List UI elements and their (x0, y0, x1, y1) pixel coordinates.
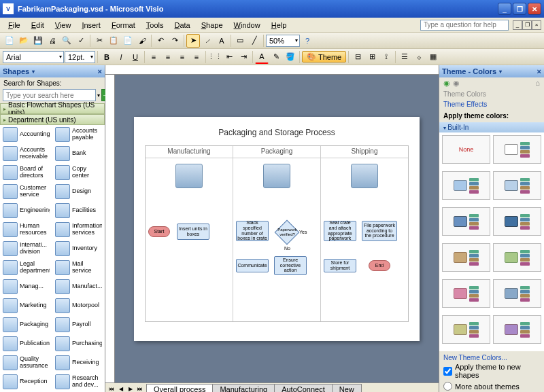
connect-button[interactable]: ⟟ (379, 50, 393, 64)
shape-item[interactable]: Manag... (0, 277, 52, 296)
process-node[interactable]: Ensure corrective action (274, 256, 307, 275)
shape-item[interactable]: Copy center (52, 163, 105, 182)
layers-button[interactable]: ☰ (398, 50, 411, 64)
bold-button[interactable]: B (100, 50, 114, 64)
font-combo[interactable]: Arial (3, 51, 64, 63)
text-tool[interactable]: A (215, 34, 228, 48)
shape-item[interactable]: Internati... division (0, 239, 52, 258)
copy-button[interactable]: 📋 (107, 34, 120, 48)
shape-item[interactable]: Board of directors (0, 163, 52, 182)
shape-item[interactable]: Payroll (52, 315, 105, 334)
shape-item[interactable]: Manufact... (52, 277, 105, 296)
fill-color-button[interactable]: 🪣 (284, 50, 297, 64)
process-node[interactable]: File paperwork according to the procedur… (362, 221, 397, 241)
shape-item[interactable]: Engineering (0, 201, 52, 220)
start-node[interactable]: Start (148, 226, 170, 237)
help-search-input[interactable] (420, 20, 509, 31)
align-left-button[interactable]: ≡ (147, 50, 160, 64)
help-button[interactable]: ? (301, 34, 314, 48)
data-button[interactable]: ▦ (426, 50, 440, 64)
tab-next-button[interactable]: ▶ (126, 386, 135, 392)
shape-item[interactable]: Research and dev... (52, 372, 105, 391)
align-right-button[interactable]: ≡ (175, 50, 189, 64)
end-node[interactable]: End (369, 260, 390, 271)
cut-button[interactable]: ✂ (92, 34, 106, 48)
tab-first-button[interactable]: ⏮ (107, 386, 116, 392)
distribute-button[interactable]: ⊞ (365, 50, 379, 64)
shape-item[interactable]: Reception (0, 372, 52, 391)
tab-last-button[interactable]: ⏭ (135, 386, 145, 392)
fontsize-combo[interactable]: 12pt. (65, 51, 95, 63)
theme-swatch-none[interactable]: None (442, 135, 490, 164)
zoom-combo[interactable]: 50% (266, 35, 300, 47)
home-button[interactable]: ⌂ (535, 79, 540, 88)
close-pane-button[interactable]: × (98, 67, 102, 75)
theme-swatch[interactable] (442, 243, 490, 272)
page-tab-new[interactable]: New (332, 384, 362, 392)
underline-button[interactable]: U (129, 50, 142, 64)
menu-help[interactable]: Help (266, 20, 292, 31)
shape-item[interactable]: Quality assurance (0, 353, 52, 372)
theme-swatch[interactable] (442, 207, 490, 236)
stencil-flowchart[interactable]: Basic Flowchart Shapes (US units) (0, 103, 105, 114)
more-themes-link[interactable]: More about themes (443, 380, 540, 392)
shape-item[interactable]: Customer service (0, 182, 52, 201)
save-button[interactable]: 💾 (31, 34, 45, 48)
indent-left-button[interactable]: ⇤ (222, 50, 236, 64)
shape-item[interactable]: Packaging (0, 315, 52, 334)
shape-item[interactable]: Receiving (52, 353, 105, 372)
menu-window[interactable]: Window (228, 20, 266, 31)
connector-tool[interactable]: ⟋ (201, 34, 214, 48)
shape-item[interactable]: Legal department (0, 258, 52, 277)
preview-button[interactable]: 🔍 (60, 34, 73, 48)
apply-new-checkbox[interactable]: Apply theme to new shapes (443, 361, 540, 380)
theme-category[interactable]: Built-In (439, 122, 544, 132)
process-node[interactable]: Stack specified number of boxes in crate (236, 221, 269, 241)
drawing-canvas[interactable]: Packaging and Storage Process Manufactur… (115, 75, 439, 382)
theme-swatch[interactable] (493, 243, 541, 272)
italic-button[interactable]: I (114, 50, 128, 64)
align-shapes-button[interactable]: ⊟ (351, 50, 364, 64)
process-node[interactable]: Seal crate and attach appropriate paperw… (324, 221, 356, 241)
forward-button[interactable]: ◉ (453, 79, 460, 88)
rectangle-tool[interactable]: ▭ (233, 34, 247, 48)
menu-shape[interactable]: Shape (196, 20, 228, 31)
theme-swatch[interactable] (442, 279, 490, 308)
indent-right-button[interactable]: ⇥ (237, 50, 250, 64)
theme-swatch[interactable] (493, 207, 541, 236)
shape-item[interactable]: Accounts receivable (0, 144, 52, 163)
minimize-button[interactable]: _ (498, 3, 511, 15)
font-color-button[interactable]: A (255, 50, 269, 64)
shape-item[interactable]: Bank (52, 144, 105, 163)
autoconnect-button[interactable]: ⟐ (412, 50, 426, 64)
theme-swatch[interactable] (442, 315, 490, 344)
paste-button[interactable]: 📄 (121, 34, 135, 48)
line-tool[interactable]: ╱ (248, 34, 261, 48)
chevron-down-icon[interactable]: ▾ (32, 69, 35, 75)
shape-item[interactable]: Facilities (52, 201, 105, 220)
decision-node[interactable]: Paperwork verified? (275, 219, 300, 245)
close-pane-button[interactable]: × (537, 67, 541, 75)
theme-colors-link[interactable]: Theme Colors (439, 89, 544, 99)
theme-swatch[interactable] (493, 315, 541, 344)
shape-item[interactable]: Accounting (0, 125, 52, 144)
line-color-button[interactable]: ✎ (269, 50, 283, 64)
shape-search-input[interactable] (3, 89, 96, 101)
shape-item[interactable]: Inventory (52, 239, 105, 258)
shape-item[interactable]: Human resources (0, 220, 52, 239)
back-button[interactable]: ◉ (443, 79, 450, 88)
open-button[interactable]: 📂 (17, 34, 31, 48)
shape-item[interactable]: Information services (52, 220, 105, 239)
align-justify-button[interactable]: ≡ (190, 50, 203, 64)
page-tab-overall[interactable]: Overall process (146, 384, 213, 392)
menu-view[interactable]: View (50, 20, 77, 31)
theme-effects-link[interactable]: Theme Effects (439, 99, 544, 109)
undo-button[interactable]: ↶ (154, 34, 167, 48)
theme-button[interactable]: 🎨Theme (302, 51, 346, 63)
shape-item[interactable]: Mail service (52, 258, 105, 277)
theme-swatch[interactable] (493, 279, 541, 308)
chevron-down-icon[interactable]: ▾ (499, 69, 502, 75)
menu-file[interactable]: File (3, 20, 26, 31)
shape-item[interactable]: Purchasing (52, 334, 105, 353)
menu-insert[interactable]: Insert (76, 20, 106, 31)
